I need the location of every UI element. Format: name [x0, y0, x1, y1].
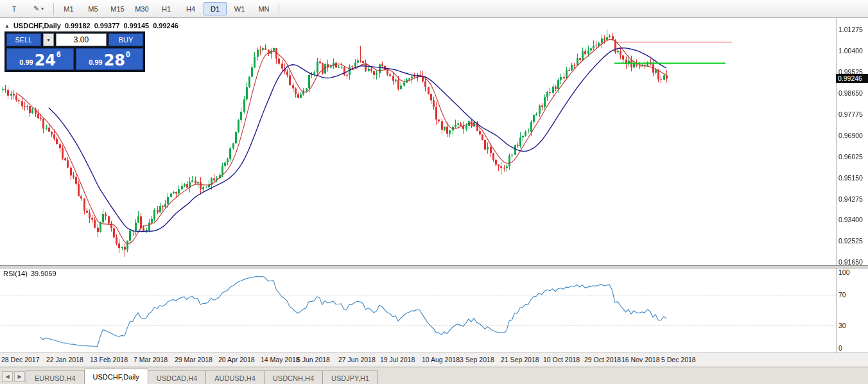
- tabs-scroll-left-button[interactable]: ◀: [2, 371, 13, 382]
- pencil-icon: ✎: [33, 4, 39, 13]
- chart-tool-icon: T: [12, 5, 17, 13]
- current-price-badge: 0.99246: [836, 74, 868, 83]
- timeframe-button-m5[interactable]: M5: [82, 2, 105, 15]
- ohlc-high: 0.99377: [94, 22, 120, 30]
- price-axis-label: 0.91650: [838, 258, 863, 266]
- symbol-ohlc-line: ▲ USDCHF,Daily 0.99182 0.99377 0.99145 0…: [4, 22, 178, 30]
- date-tick-label: 29 Mar 2018: [175, 356, 213, 363]
- ohlc-open: 0.99182: [65, 22, 91, 30]
- volume-dropdown-button[interactable]: ▾: [43, 33, 54, 46]
- price-axis-label: 0.92525: [838, 237, 863, 245]
- price-axis[interactable]: 1.012751.004000.995250.986500.977750.969…: [836, 18, 868, 265]
- date-tick-label: 22 Jan 2018: [46, 356, 83, 363]
- timeframe-button-h1[interactable]: H1: [155, 2, 178, 15]
- price-axis-label: 0.96900: [838, 132, 863, 139]
- volume-input[interactable]: 3.00: [56, 33, 107, 46]
- date-tick-label: 19 Jul 2018: [380, 356, 415, 363]
- price-axis-label: 0.93400: [838, 216, 863, 223]
- bid-prefix: 0.99: [19, 58, 33, 69]
- timeframe-group: M1M5M15M30H1H4D1W1MN: [56, 2, 276, 15]
- rsi-indicator-label: RSI(14) 39.9069: [3, 270, 56, 277]
- chart-tab-usdchf[interactable]: USDCHF,Daily: [84, 369, 148, 384]
- timeframe-button-d1[interactable]: D1: [204, 2, 227, 15]
- date-tick-label: 3 Sep 2018: [460, 356, 494, 363]
- toolbar-separator: [53, 3, 54, 15]
- date-tick-label: 21 Sep 2018: [501, 356, 539, 363]
- rsi-axis-label: 30: [838, 322, 846, 329]
- bid-price-block[interactable]: 0.99 24 6: [6, 48, 74, 70]
- ask-pipette: 0: [126, 49, 130, 59]
- price-axis-label: 1.00400: [838, 47, 863, 55]
- ask-prefix: 0.99: [89, 58, 102, 69]
- sell-button[interactable]: SELL: [6, 33, 41, 46]
- tabs-scroll-right-button[interactable]: ▶: [14, 371, 25, 382]
- rsi-name: RSI(14): [3, 270, 28, 277]
- price-axis-label: 0.97775: [838, 110, 863, 118]
- date-tick-label: 14 May 2018: [261, 356, 300, 363]
- rsi-indicator-panel: RSI(14) 39.9069 10070300: [0, 268, 868, 353]
- date-tick-label: 27 Jun 2018: [338, 356, 376, 363]
- main-chart-panel: ▲ USDCHF,Daily 0.99182 0.99377 0.99145 0…: [0, 18, 868, 265]
- price-axis-label: 0.94275: [838, 195, 863, 203]
- chart-tabs: EURUSD,H4USDCHF,DailyUSDCAD,H4AUDUSD,H4U…: [26, 369, 378, 384]
- toolbar-separator: [279, 3, 279, 15]
- symbol-arrow-icon: ▲: [4, 23, 10, 29]
- date-tick-label: 16 Nov 2018: [621, 356, 660, 363]
- date-tick-label: 13 Feb 2018: [90, 356, 128, 363]
- date-tick-label: 28 Dec 2017: [1, 356, 40, 363]
- bid-big-digits: 24: [35, 53, 56, 69]
- chart-tab-eurusd[interactable]: EURUSD,H4: [26, 371, 85, 384]
- timeframe-button-m1[interactable]: M1: [57, 2, 80, 15]
- one-click-trading-panel: SELL ▾ 3.00 BUY 0.99 24 6 0.99 28 0: [4, 31, 145, 72]
- rsi-value: 39.9069: [31, 270, 56, 277]
- rsi-chart-canvas[interactable]: [0, 268, 868, 353]
- date-tick-label: 20 Apr 2018: [218, 356, 255, 363]
- rsi-axis[interactable]: 10070300: [836, 268, 868, 353]
- ask-price-block[interactable]: 0.99 28 0: [76, 48, 143, 70]
- ask-big-digits: 28: [104, 53, 125, 69]
- top-toolbar: T ✎ ▾ M1M5M15M30H1H4D1W1MN: [0, 0, 868, 18]
- rsi-axis-label: 0: [838, 344, 842, 352]
- price-axis-label: 0.98650: [838, 89, 863, 97]
- ohlc-low: 0.99145: [123, 22, 149, 30]
- chart-tab-usdjpy[interactable]: USDJPY,H1: [322, 371, 378, 384]
- chart-tool-button[interactable]: T: [3, 2, 26, 15]
- symbol-name: USDCHF,Daily: [13, 22, 61, 30]
- timeframe-button-m30[interactable]: M30: [130, 2, 153, 15]
- timeframe-button-mn[interactable]: MN: [252, 2, 275, 15]
- scroll-right-icon: ▶: [17, 374, 21, 380]
- rsi-axis-label: 70: [838, 291, 846, 299]
- chevron-down-icon: ▾: [41, 6, 44, 12]
- chart-tab-bar: ◀ ▶ EURUSD,H4USDCHF,DailyUSDCAD,H4AUDUSD…: [0, 367, 868, 384]
- date-tick-label: 29 Oct 2018: [584, 356, 621, 363]
- date-tick-label: 10 Oct 2018: [543, 356, 580, 363]
- trade-panel-top-row: SELL ▾ 3.00 BUY: [6, 33, 143, 46]
- scroll-left-icon: ◀: [5, 374, 9, 380]
- price-axis-label: 0.95150: [838, 174, 863, 182]
- ohlc-close: 0.99246: [153, 22, 178, 30]
- chart-tab-usdcad[interactable]: USDCAD,H4: [148, 371, 207, 384]
- trade-panel-price-row: 0.99 24 6 0.99 28 0: [6, 48, 143, 70]
- date-tick-label: 5 Jun 2018: [297, 356, 330, 363]
- rsi-axis-label: 100: [838, 268, 850, 276]
- price-axis-label: 0.96025: [838, 153, 863, 161]
- timeframe-button-h4[interactable]: H4: [179, 2, 202, 15]
- date-tick-label: 7 Mar 2018: [134, 356, 168, 363]
- buy-button[interactable]: BUY: [108, 33, 143, 46]
- chart-tab-usdcnh[interactable]: USDCNH,H4: [264, 371, 323, 384]
- date-axis[interactable]: 28 Dec 201722 Jan 201813 Feb 20187 Mar 2…: [0, 353, 868, 367]
- bid-pipette: 6: [56, 49, 61, 59]
- chart-tab-audusd[interactable]: AUDUSD,H4: [205, 371, 265, 384]
- date-tick-label: 5 Dec 2018: [661, 356, 696, 363]
- timeframe-button-m15[interactable]: M15: [106, 2, 129, 15]
- date-tick-label: 10 Aug 2018: [422, 356, 460, 363]
- draw-tool-button[interactable]: ✎ ▾: [27, 2, 50, 15]
- timeframe-button-w1[interactable]: W1: [228, 2, 251, 15]
- price-axis-label: 1.01275: [838, 26, 863, 33]
